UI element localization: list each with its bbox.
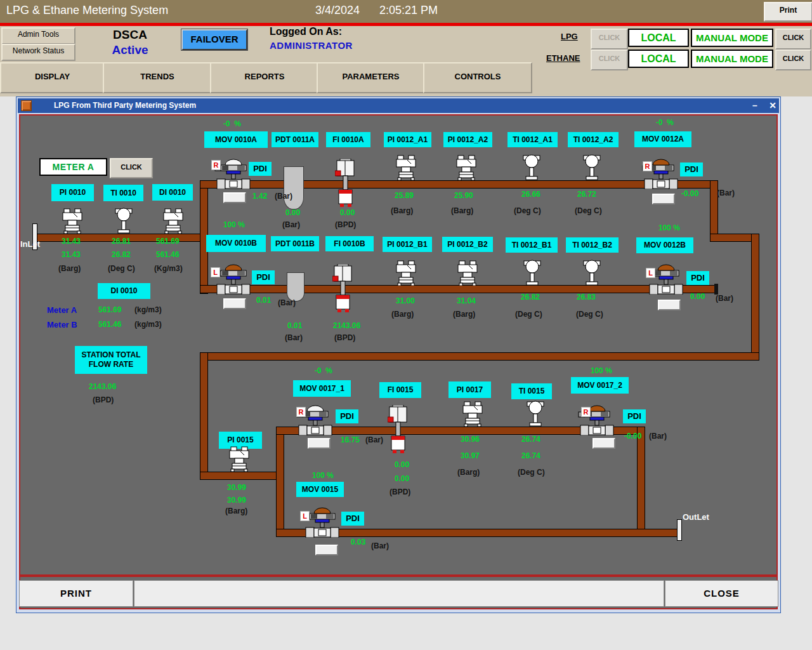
- valve-mode-indicator-mov-0010a: R: [211, 160, 221, 170]
- unit-text: (Deg C): [518, 468, 545, 477]
- equipment-label-pi-0012-a2[interactable]: PI 0012_A2: [443, 132, 492, 147]
- equipment-label-mov-0012a[interactable]: MOV 0012A: [634, 131, 691, 147]
- value-text: 0.00: [690, 292, 705, 301]
- value-text: 100 %: [312, 471, 334, 480]
- value-text: -0.00: [624, 432, 641, 441]
- equipment-label-ti-0012-a2[interactable]: TI 0012_A2: [568, 132, 619, 147]
- equipment-label-mov-0010b[interactable]: MOV 0010B: [206, 235, 266, 252]
- equipment-label-fi-0010a[interactable]: FI 0010A: [326, 132, 370, 147]
- equipment-label-pi-0012-a1[interactable]: PI 0012_A1: [384, 132, 431, 147]
- equipment-label-ti-0012-b2[interactable]: TI 0012_B2: [566, 237, 619, 253]
- equipment-label-ti-0010[interactable]: TI 0010: [103, 185, 143, 201]
- unit-text: (Barg): [457, 468, 480, 477]
- value-text: 30.99: [227, 496, 246, 505]
- flow-endpoint-label: OutLet: [683, 512, 709, 522]
- unit-text: (Bar): [278, 298, 296, 307]
- value-text: 26.72: [577, 190, 596, 199]
- value-text: 1.42: [252, 192, 267, 201]
- unit-text: (kg/m3): [134, 305, 162, 314]
- equipment-label-ti-0012-b1[interactable]: TI 0012_B1: [506, 237, 558, 253]
- meter-select-display: METER A: [39, 158, 107, 176]
- pdi-label-mov-0015[interactable]: PDI: [341, 512, 364, 526]
- equipment-label-pi-0012-b2[interactable]: PI 0012_B2: [442, 237, 493, 252]
- equipment-label-pi-0017[interactable]: PI 0017: [449, 381, 491, 398]
- equipment-label-di-0010[interactable]: DI 0010: [98, 283, 150, 299]
- unit-text: (Deg C): [575, 206, 602, 215]
- valve-mode-indicator-mov-0012b: L: [646, 268, 655, 278]
- pdi-label-mov-0010a[interactable]: PDI: [249, 162, 272, 176]
- unit-text: (Deg C): [515, 310, 542, 319]
- equipment-label-pdt-0011b[interactable]: PDT 0011B: [271, 236, 319, 251]
- value-text: -0.00: [681, 189, 698, 198]
- pdi-label-mov-0017-2[interactable]: PDI: [623, 409, 646, 423]
- pdt-tank: [284, 166, 304, 209]
- meter-name-text: Meter A: [47, 305, 77, 315]
- equipment-label-ti-0015[interactable]: TI 0015: [511, 383, 552, 399]
- fi-instrument: [388, 405, 409, 456]
- value-text: 31.43: [62, 237, 81, 246]
- value-text: 561.46: [98, 320, 122, 329]
- equipment-label-mov-0017-2[interactable]: MOV 0017_2: [571, 377, 629, 394]
- equipment-label-mov-0015[interactable]: MOV 0015: [296, 482, 344, 497]
- valve-mode-indicator-mov-0012a: R: [643, 161, 652, 171]
- value-text: 561.46: [156, 250, 180, 259]
- unit-text: (Bar): [285, 333, 303, 342]
- value-text: 16.75: [341, 435, 360, 444]
- equipment-label-pi-0012-b1[interactable]: PI 0012_B1: [383, 237, 432, 252]
- value-text: 26.66: [521, 190, 540, 199]
- meter-name-text: Meter B: [47, 320, 77, 329]
- ti-instrument: [583, 154, 601, 180]
- value-text: 100 %: [658, 223, 680, 232]
- meter-select-click-button[interactable]: CLICK: [110, 158, 153, 178]
- ti-instrument: [523, 154, 540, 180]
- unit-text: (Barg): [451, 206, 473, 215]
- value-text: 0.00: [285, 208, 300, 217]
- flow-endpoint-label: InLet: [20, 239, 40, 249]
- value-text: 31.00: [396, 296, 415, 305]
- unit-text: (Kg/m3): [154, 264, 183, 273]
- pdi-label-mov-0012b[interactable]: PDI: [686, 271, 709, 285]
- equipment-label-mov-0010a[interactable]: MOV 0010A: [204, 131, 268, 148]
- pipe-segment: [200, 285, 716, 293]
- unit-text: (Barg): [453, 310, 475, 319]
- pdi-label-mov-0010b[interactable]: PDI: [252, 270, 275, 284]
- unit-text: (Bar): [365, 435, 383, 444]
- value-display-box: [308, 438, 331, 449]
- pipe-segment: [200, 352, 759, 361]
- fi-instrument: [332, 264, 354, 315]
- unit-text: (Bar): [371, 541, 389, 550]
- equipment-label-mov-0012b[interactable]: MOV 0012B: [636, 237, 693, 253]
- value-text: 31.43: [62, 250, 81, 259]
- unit-text: (Barg): [58, 264, 81, 273]
- equipment-label-di-0010[interactable]: DI 0010: [152, 184, 193, 201]
- process-diagram: MOV 0010APDT 0011AFI 0010API 0012_A1PI 0…: [0, 0, 812, 650]
- equipment-label-pdt-0011a[interactable]: PDT 0011A: [272, 132, 318, 147]
- pi-instrument: [162, 208, 185, 234]
- value-display-box: [223, 298, 246, 309]
- unit-text: (Barg): [391, 310, 414, 319]
- value-text: 0.01: [287, 321, 302, 330]
- value-display-box: [223, 192, 246, 203]
- equipment-label-fi-0010b[interactable]: FI 0010B: [325, 236, 374, 251]
- pi-instrument: [455, 155, 478, 180]
- equipment-label-fi-0015[interactable]: FI 0015: [379, 382, 421, 398]
- unit-text: (Deg C): [514, 206, 541, 215]
- value-text: 0.00: [340, 208, 355, 217]
- value-text: 31.04: [457, 296, 476, 305]
- pi-instrument: [456, 260, 479, 286]
- pdi-label-mov-0012a[interactable]: PDI: [680, 162, 703, 176]
- equipment-label-mov-0017-1[interactable]: MOV 0017_1: [293, 380, 351, 397]
- equipment-label-pi-0010[interactable]: PI 0010: [51, 184, 94, 201]
- equipment-label-ti-0012-a1[interactable]: TI 0012_A1: [508, 132, 558, 147]
- equipment-label-station-total-flow-rate[interactable]: STATION TOTAL FLOW RATE: [75, 346, 147, 374]
- unit-text: (Bar): [717, 189, 735, 197]
- pdi-label-mov-0017-1[interactable]: PDI: [336, 409, 358, 423]
- value-text: 25.89: [395, 191, 414, 200]
- value-display-box: [658, 300, 681, 310]
- unit-text: (Deg C): [108, 264, 135, 273]
- value-text: 2143.06: [89, 382, 116, 391]
- unit-text: (kg/m3): [134, 320, 162, 329]
- value-display-box: [315, 545, 338, 555]
- pi-instrument: [228, 446, 251, 472]
- unit-text: (BPD): [334, 333, 355, 342]
